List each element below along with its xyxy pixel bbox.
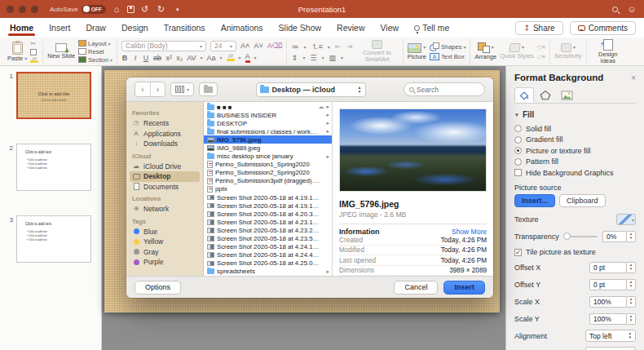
columns-button[interactable]: ▥ xyxy=(329,54,336,62)
file-row[interactable]: Screen Shot 2020-05-18 at 4.23.12 PM xyxy=(204,218,332,226)
tab-transitions[interactable]: Transitions xyxy=(162,20,207,37)
transparency-slider[interactable] xyxy=(564,236,598,237)
slide-3-thumbnail[interactable]: Click to add text • Click to add text • … xyxy=(16,215,91,263)
new-slide-button[interactable]: New Slide xyxy=(47,43,75,60)
undo-icon[interactable]: ↺ xyxy=(139,5,151,14)
zoom-window-button[interactable] xyxy=(31,6,38,13)
sidebar-item-network[interactable]: ⊕Network xyxy=(130,204,200,215)
file-row[interactable]: final submissions / classes / workshop ▸ xyxy=(204,127,332,135)
text-box-button[interactable]: AText Box xyxy=(430,53,465,60)
slide-thumbnail-2[interactable]: 2 Click to add text • Click to add text … xyxy=(3,144,96,191)
offset-x-stepper[interactable]: ▲▼ xyxy=(627,262,636,273)
tab-slide-show[interactable]: Slide Show xyxy=(277,20,324,37)
file-row[interactable]: misc desktop since january ▸ xyxy=(204,153,332,161)
increase-indent-button[interactable]: ⇥ xyxy=(346,42,353,51)
redo-icon[interactable]: ↻ xyxy=(156,5,167,14)
sidebar-item-downloads[interactable]: ↓Downloads xyxy=(130,139,200,149)
bold-button[interactable]: B xyxy=(121,54,128,62)
character-spacing-button[interactable]: AV xyxy=(187,54,196,62)
file-row[interactable]: Screen Shot 2020-05-18 at 4.23.52 PM xyxy=(204,235,332,243)
tab-draw[interactable]: Draw xyxy=(84,20,108,37)
file-row[interactable]: Screen Shot 2020-05-18 at 4.20.36 PM xyxy=(204,210,332,218)
clear-formatting-button[interactable]: A⌫ xyxy=(267,42,283,50)
customize-toolbar-icon[interactable]: ▾ xyxy=(172,7,183,12)
minimize-window-button[interactable] xyxy=(19,6,26,13)
slide-2-thumbnail[interactable]: Click to add text • Click to add text • … xyxy=(16,144,91,191)
tab-design[interactable]: Design xyxy=(120,20,150,37)
tab-view[interactable]: View xyxy=(379,20,401,37)
file-row[interactable]: Screen Shot 2020-05-18 at 4.19.19 PM xyxy=(204,202,332,210)
file-row[interactable]: pptx xyxy=(204,185,332,193)
sidebar-item-desktop[interactable]: Desktop xyxy=(130,171,200,182)
layout-button[interactable]: Layout▾ xyxy=(78,40,112,47)
tile-picture-checkbox[interactable]: ✓Tile picture as texture xyxy=(514,247,636,259)
cut-icon[interactable]: ✂ xyxy=(30,40,38,47)
home-icon[interactable]: ⌂ xyxy=(111,5,122,14)
options-button[interactable]: Options xyxy=(135,281,181,295)
file-row[interactable]: Screen Shot 2020-05-18 at 4.23.24 PM xyxy=(204,226,332,234)
file-row[interactable]: DESKTOP ▸ xyxy=(204,119,332,127)
arrange-button[interactable]: ▾ Arrange xyxy=(474,42,496,60)
superscript-button[interactable]: x² xyxy=(165,54,172,62)
cancel-button[interactable]: Cancel xyxy=(394,281,438,295)
sidebar-tag-yellow[interactable]: Yellow xyxy=(130,237,200,247)
tab-review[interactable]: Review xyxy=(335,20,366,37)
file-row[interactable]: spreadsheets ▸ xyxy=(204,268,332,276)
strikethrough-button[interactable]: ab xyxy=(153,54,161,62)
copy-icon[interactable] xyxy=(30,49,37,55)
tell-me-button[interactable]: Tell me xyxy=(412,20,451,37)
file-row[interactable]: Perino_Submission2_Spring2020 xyxy=(204,169,332,177)
align-text-button[interactable]: ☰ xyxy=(310,54,316,62)
design-ideas-button[interactable]: Design Ideas xyxy=(591,39,625,64)
convert-to-smartart-button[interactable]: Convert to SmartArt xyxy=(356,40,399,63)
decrease-indent-button[interactable]: ⇤ xyxy=(335,42,342,51)
format-painter-icon[interactable] xyxy=(30,57,38,63)
search-input[interactable] xyxy=(417,86,474,94)
font-name-select[interactable]: Calibri (Body)▾ xyxy=(121,41,206,51)
offset-x-input[interactable]: 0 pt xyxy=(589,262,627,273)
file-row[interactable]: Screen Shot 2020-05-18 at 4.24.48 PM xyxy=(204,251,332,259)
paste-button[interactable]: Paste ▾ xyxy=(7,42,27,62)
search-field[interactable] xyxy=(404,82,485,96)
fill-tab[interactable] xyxy=(514,87,534,103)
sidebar-item-recents[interactable]: ◷Recents xyxy=(130,118,200,129)
alignment-select[interactable]: Top left▲▼ xyxy=(585,330,636,342)
slide-thumbnail-1[interactable]: 1 Click to add title Click to add subtit… xyxy=(3,72,96,119)
back-button[interactable]: ‹ xyxy=(135,82,150,96)
solid-fill-radio[interactable]: Solid fill xyxy=(514,123,636,135)
offset-y-input[interactable]: 0 pt xyxy=(589,279,627,290)
picture-texture-fill-radio[interactable]: Picture or texture fill xyxy=(514,145,636,157)
sidebar-item-documents[interactable]: Documents xyxy=(130,182,200,193)
offset-y-stepper[interactable]: ▲▼ xyxy=(627,279,636,290)
scale-x-stepper[interactable]: ▲▼ xyxy=(627,296,636,308)
italic-button[interactable]: I xyxy=(132,54,139,62)
slide-thumbnail-3[interactable]: 3 Click to add text • Click to add text … xyxy=(3,215,96,263)
effects-tab[interactable] xyxy=(536,87,555,103)
change-case-button[interactable]: Aa xyxy=(206,54,215,62)
bullets-button[interactable]: ≔ xyxy=(291,42,298,51)
section-button[interactable]: Section▾ xyxy=(78,56,112,64)
file-row[interactable]: ■ ■ ■ ☁ ▸ xyxy=(204,103,332,111)
tab-insert[interactable]: Insert xyxy=(47,20,72,37)
scale-x-input[interactable]: 100% xyxy=(589,296,627,308)
file-row[interactable]: Screen Shot 2020-05-18 at 4.25.06 PM xyxy=(204,259,332,268)
file-row[interactable]: Perino_Submission1_Spring2020 xyxy=(204,161,332,169)
scale-y-input[interactable]: 100% xyxy=(589,313,627,325)
show-more-link[interactable]: Show More xyxy=(452,228,487,236)
shape-fill-icon[interactable]: ◇▾ xyxy=(537,43,545,51)
sidebar-tag-gray[interactable]: Gray xyxy=(130,247,200,258)
shape-outline-icon[interactable]: ▱▾ xyxy=(537,53,545,60)
scale-y-stepper[interactable]: ▲▼ xyxy=(627,313,636,325)
share-button[interactable]: ↥Share xyxy=(515,21,562,35)
file-row[interactable]: IMG_5796.jpeg xyxy=(204,135,332,144)
tab-home[interactable]: Home xyxy=(8,20,35,37)
picture-tab[interactable] xyxy=(557,87,576,103)
pattern-fill-radio[interactable]: Pattern fill xyxy=(514,157,636,168)
insert-button[interactable]: Insert xyxy=(443,281,485,295)
close-window-button[interactable] xyxy=(7,6,14,13)
gradient-fill-radio[interactable]: Gradient fill xyxy=(514,135,636,146)
subscript-button[interactable]: x₂ xyxy=(176,54,183,62)
search-icon[interactable] xyxy=(612,7,618,12)
increase-font-size-button[interactable]: A˄ xyxy=(240,42,249,50)
location-select[interactable]: Desktop — iCloud ▲▼ xyxy=(256,82,366,97)
